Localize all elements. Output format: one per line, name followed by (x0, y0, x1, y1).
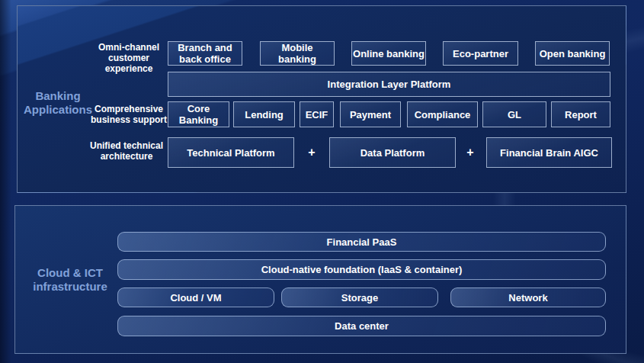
integration-layer-platform-bar: Integration Layer Platform (168, 72, 610, 97)
box-payment: Payment (340, 101, 401, 127)
box-data-platform: Data Platform (329, 137, 456, 168)
cloud-ict-panel: Cloud & ICT infrastructure Financial Paa… (14, 205, 626, 354)
box-open-banking: Open banking (535, 41, 610, 66)
box-report: Report (551, 101, 610, 127)
bar-cloud-native-foundation: Cloud-native foundation (IaaS & containe… (117, 259, 606, 280)
plus-sign-2: + (463, 137, 478, 168)
technical-architecture-row-label: Unified technical architecture (85, 140, 168, 162)
banking-applications-panel: Banking Applications Omni-channel custom… (17, 5, 626, 193)
plus-sign-1: + (304, 137, 319, 168)
box-mobile-banking: Mobile banking (260, 41, 335, 66)
box-financial-brain-aigc: Financial Brain AIGC (486, 137, 612, 168)
box-eco-partner: Eco-partner (443, 41, 518, 66)
bar-data-center: Data center (117, 316, 606, 336)
box-compliance: Compliance (407, 101, 478, 127)
box-core-banking: Core Banking (168, 101, 229, 127)
box-technical-platform: Technical Platform (168, 137, 294, 168)
bar-financial-paas: Financial PaaS (117, 232, 606, 252)
box-ecif: ECIF (300, 101, 334, 127)
box-network: Network (450, 288, 606, 307)
cloud-ict-label: Cloud & ICT infrastructure (24, 266, 116, 294)
business-support-row-label: Comprehensive business support (87, 104, 171, 125)
architecture-diagram: Banking Applications Omni-channel custom… (0, 0, 644, 363)
box-storage: Storage (281, 288, 438, 307)
box-cloud-vm: Cloud / VM (117, 288, 274, 307)
box-online-banking: Online banking (351, 41, 426, 66)
box-branch-back-office: Branch and back office (168, 41, 242, 66)
box-gl: GL (482, 101, 546, 127)
omni-channel-row-label: Omni-channel customer experience (87, 42, 171, 74)
box-lending: Lending (233, 101, 295, 127)
